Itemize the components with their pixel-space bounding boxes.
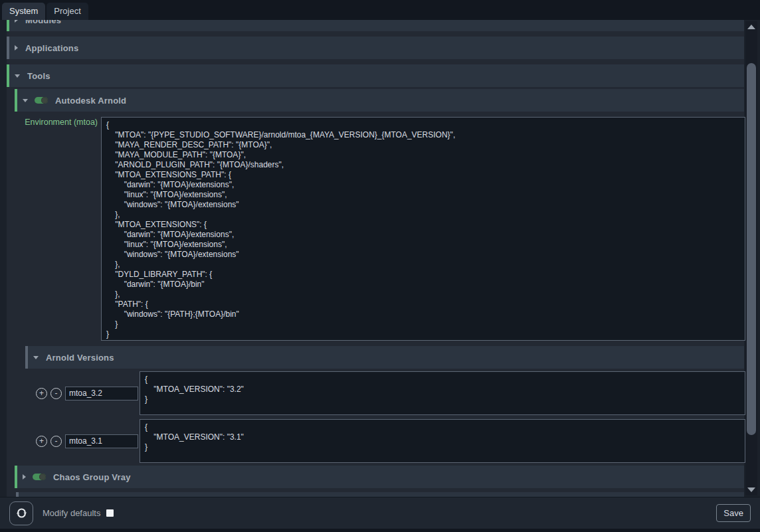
scrollbar-thumb[interactable] <box>747 63 756 435</box>
section-title: Modules <box>25 20 61 25</box>
section-title: Applications <box>25 43 78 53</box>
section-title: Autodesk Arnold <box>55 96 126 106</box>
version-row: + - { "MTOA_VERSION": "3.2" } <box>7 371 745 415</box>
section-header-arnold-versions[interactable]: Arnold Versions <box>25 346 744 369</box>
section-title: Arnold Versions <box>46 353 114 363</box>
scroll-up-icon[interactable] <box>747 25 755 29</box>
section-header-chaos-group-vray[interactable]: Chaos Group Vray <box>15 466 744 488</box>
add-version-button[interactable]: + <box>36 388 47 399</box>
version-json-field[interactable]: { "MTOA_VERSION": "3.2" } <box>140 371 745 415</box>
version-controls: + - <box>7 371 140 415</box>
vertical-scrollbar[interactable] <box>745 21 757 495</box>
add-version-button[interactable]: + <box>36 436 47 447</box>
chevron-down-icon <box>15 74 20 78</box>
refresh-button[interactable] <box>9 501 33 525</box>
section-header-autodesk-arnold[interactable]: Autodesk Arnold <box>15 89 744 112</box>
tab-system[interactable]: System <box>2 3 45 20</box>
chevron-right-icon <box>15 20 18 23</box>
footer-bar: Modify defaults Save <box>0 497 760 529</box>
toggle-knob <box>39 474 46 480</box>
settings-scroll-area: Modules Applications Tools Autodesk Arno… <box>0 20 760 497</box>
chevron-right-icon <box>23 474 26 480</box>
settings-content: Modules Applications Tools Autodesk Arno… <box>7 20 744 497</box>
modify-defaults-checkbox[interactable] <box>106 509 114 517</box>
chevron-right-icon <box>15 45 18 50</box>
section-header-tools[interactable]: Tools <box>7 64 744 87</box>
environment-mtoa-label: Environment (mtoa) <box>7 118 98 127</box>
version-json-field[interactable]: { "MTOA_VERSION": "3.1" } <box>140 419 745 463</box>
tab-bar: System Project <box>0 0 760 20</box>
version-controls: + - <box>7 419 140 463</box>
section-header-modules[interactable]: Modules <box>7 20 744 31</box>
refresh-icon <box>16 507 27 519</box>
modify-defaults-label: Modify defaults <box>43 508 100 518</box>
section-title: Chaos Group Vray <box>53 472 131 482</box>
section-header-applications[interactable]: Applications <box>7 37 744 59</box>
version-row: + - { "MTOA_VERSION": "3.1" } <box>7 419 745 463</box>
tab-system-label: System <box>9 6 38 16</box>
tab-project-label: Project <box>54 6 80 16</box>
chevron-down-icon <box>33 356 39 359</box>
tab-project[interactable]: Project <box>47 3 88 20</box>
arnold-enabled-toggle[interactable] <box>35 97 48 104</box>
version-name-input[interactable] <box>65 434 138 448</box>
chevron-down-icon <box>23 99 28 102</box>
environment-json-field[interactable]: { "MTOA": "{PYPE_STUDIO_SOFTWARE}/arnold… <box>101 117 745 341</box>
version-name-input[interactable] <box>65 387 138 400</box>
vray-enabled-toggle[interactable] <box>33 474 46 480</box>
section-title: Tools <box>27 71 50 81</box>
save-button[interactable]: Save <box>716 504 751 522</box>
remove-version-button[interactable]: - <box>50 388 62 399</box>
toggle-knob <box>41 97 48 104</box>
remove-version-button[interactable]: - <box>50 436 62 447</box>
next-section-header-clipped[interactable] <box>16 492 744 497</box>
scroll-down-icon[interactable] <box>747 488 755 492</box>
